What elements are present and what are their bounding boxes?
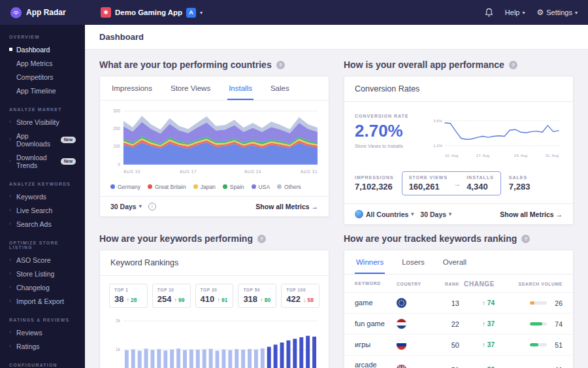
countries-card: Impressions Store Views Installs Sales 0… [99,76,329,217]
app-selector[interactable]: ✱ Demo Gaming App A ▾ [101,7,203,18]
country-cell [397,319,433,329]
legend-item-usa: USA [252,184,270,190]
stat-value: 318 [243,294,257,304]
table-row[interactable]: игры50↑ 3751 [344,335,573,356]
sidebar-item-competitors[interactable]: Competitors [0,70,85,84]
performance-card: Conversion Rates CONVERSION RATE 2.70% S… [344,76,574,225]
keyword-rankings-card: Keyword Rankings TOP 138↑ 28TOP 10254↑ 9… [99,250,329,368]
sidebar-item-dashboard[interactable]: Dashboard [0,42,85,56]
sidebar-item-download-trends[interactable]: ›Download TrendsNew [0,150,85,172]
chevron-down-icon: ▾ [449,211,451,217]
sidebar-item-app-downloads[interactable]: ›App DownloadsNew [0,129,85,150]
rank-cell: 50 [433,341,459,349]
legend-item-spain: Spain [223,184,244,190]
stat-label: TOP 30 [201,288,229,292]
stat-box-top-50: TOP 50318↑ 80 [238,284,276,308]
dashboard-content: What are your top performing countries ?… [85,50,588,368]
tab-losers[interactable]: Losers [400,250,426,274]
keywords-chart-wrap: 2k1k0 [100,312,329,368]
chevron-down-icon: ▾ [200,10,203,16]
table-row[interactable]: game13↑ 7426 [344,293,573,314]
tab-winners[interactable]: Winners [355,250,385,274]
keyword-rankings-bar-chart: 2k1k0 [106,317,322,368]
conversion-body: CONVERSION RATE 2.70% Store Views to Ins… [344,102,573,169]
selected-app-name: Demo Gaming App [115,8,182,16]
country-selector[interactable]: All Countries ▾ [355,210,414,218]
sidebar-item-search-ads[interactable]: ›Search Ads [0,217,85,231]
tab-overall[interactable]: Overall [442,250,468,274]
help-question-icon[interactable]: ? [509,61,517,69]
chevron-right-icon: › [9,137,12,142]
sidebar-item-reviews[interactable]: ›Reviews [0,326,85,339]
sidebar-item-aso-score[interactable]: ›ASO Score [0,253,85,267]
legend-dot-icon [148,184,152,189]
tab-sales[interactable]: Sales [269,76,291,100]
svg-text:3.6%: 3.6% [433,119,442,123]
volume-cell: 74 [495,320,563,328]
help-question-icon[interactable]: ? [276,61,285,69]
sidebar-item-store-listing[interactable]: ›Store Listing [0,267,85,280]
period-selector[interactable]: 30 Days ▾ [110,203,142,210]
settings-menu[interactable]: ⚙ Settings ▾ [536,8,578,17]
conversion-funnel-box[interactable]: STORE VIEWS 160,261 → INSTALLS 4,340 [402,171,501,195]
svg-text:2k: 2k [116,318,121,323]
period-selector[interactable]: 30 Days ▾ [420,210,451,218]
sidebar-item-live-search[interactable]: ›Live Search [0,203,85,217]
svg-text:AUG 17: AUG 17 [180,169,197,174]
svg-text:1.2%: 1.2% [433,144,442,148]
sidebar-item-changelog[interactable]: ›Changelog [0,280,85,294]
sidebar-item-keywords[interactable]: ›Keywords [0,190,85,203]
chevron-right-icon: › [9,271,12,276]
tab-impressions[interactable]: Impressions [110,76,154,100]
sidebar-item-label: Store Listing [16,270,54,278]
table-row[interactable]: arcade game51↑ 3611 [344,356,573,368]
stat-value: 254 [157,294,172,304]
help-question-icon[interactable]: ? [521,235,530,243]
help-question-icon[interactable]: ? [257,235,266,243]
volume-number: 26 [552,299,563,307]
show-all-metrics-link[interactable]: Show all Metrics → [255,203,318,210]
flag-nl-icon [397,319,406,329]
arrow-right-icon: → [453,180,461,188]
keyword-cell: игры [355,341,397,350]
chevron-down-icon: ▾ [575,10,578,16]
keyword-cell: game [355,299,397,308]
chevron-right-icon: › [9,221,12,227]
chevron-right-icon: › [9,329,12,335]
sidebar-item-ratings[interactable]: ›Ratings [0,339,85,353]
sidebar-nav: OVERVIEWDashboardApp MetricsCompetitorsA… [0,25,85,368]
chevron-down-icon: ▾ [411,211,414,217]
sidebar-item-import-export[interactable]: ›Import & Export [0,294,85,308]
chevron-right-icon: › [9,158,12,164]
card-title: Keyword Rankings [100,250,329,276]
volume-cell: 51 [495,341,563,349]
stat-box-top-30: TOP 30410↑ 91 [195,284,234,308]
table-header: KEYWORD COUNTRY RANK CHANGE SEARCH VOLUM… [344,275,573,293]
chevron-right-icon: › [9,207,12,213]
stat-change: ↑ 80 [260,297,270,303]
app-radar-logo[interactable]: App Radar [10,7,86,18]
chevron-right-icon: › [9,193,12,199]
topbar-right: Help ▾ ⚙ Settings ▾ [485,8,578,17]
gear-icon: ⚙ [536,8,544,17]
flag-gb-icon [397,365,406,368]
sidebar-item-label: Dashboard [16,46,50,54]
chevron-right-icon: › [9,257,12,263]
show-all-metrics-link[interactable]: Show all Metrics → [500,210,563,218]
sidebar-item-app-metrics[interactable]: App Metrics [0,56,85,70]
svg-text:31. Aug: 31. Aug [546,154,559,158]
volume-bar [530,322,547,326]
sidebar-item-store-visibility[interactable]: ›Store Visibility [0,115,85,129]
sidebar-item-app-timeline[interactable]: App Timeline [0,84,85,97]
help-menu[interactable]: Help ▾ [505,8,525,16]
stat-label: TOP 10 [157,288,186,292]
tab-store-views[interactable]: Store Views [169,76,212,100]
notifications-bell-icon[interactable] [485,8,493,17]
table-row[interactable]: fun game22↑ 3774 [344,314,573,335]
metric-store-views: STORE VIEWS 160,261 [409,175,448,192]
svg-text:0: 0 [118,162,120,167]
rank-stats-row: TOP 138↑ 28TOP 10254↑ 99TOP 30410↑ 91TOP… [100,276,329,312]
info-icon[interactable]: i [148,203,156,210]
tab-installs[interactable]: Installs [227,76,253,100]
page-header: Dashboard [85,25,588,50]
